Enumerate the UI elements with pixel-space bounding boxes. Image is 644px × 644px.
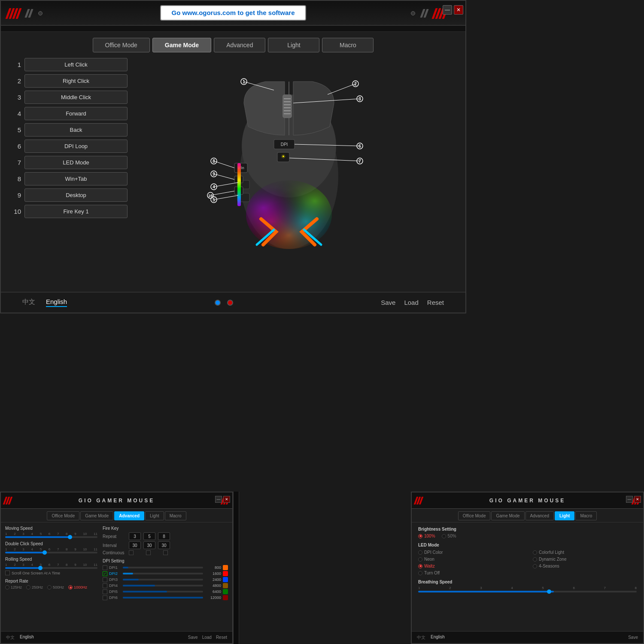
rolling-speed-label: Rolling Speed [5,557,97,562]
sub-tab-light-active[interactable]: Light [555,511,574,520]
sub-tab-game-light[interactable]: Game Mode [491,511,524,520]
fire-interval-1[interactable] [129,541,141,549]
report-1000hz[interactable]: 1000Hz [68,585,87,589]
sub-tab-light-advanced[interactable]: Light [145,511,164,520]
led-neon[interactable]: Neon [418,557,522,562]
sub-save-advanced[interactable]: Save [188,635,198,640]
led-4seasons[interactable]: 4-Seasons [533,564,637,568]
breathing-speed-section: Breathing Speed 12345678 [418,580,637,592]
btn-dpi-loop[interactable]: DPI Loop [24,140,128,153]
sub-title-bar-light: GIO GAMER MOUSE — ✕ [412,492,643,509]
report-250hz[interactable]: 250Hz [26,585,43,589]
rolling-speed-slider[interactable] [5,567,97,569]
btn-forward[interactable]: Forward [24,107,128,120]
sub-tab-advanced-light[interactable]: Advanced [526,511,554,520]
moving-speed-slider[interactable] [5,536,97,538]
tab-game-mode[interactable]: Game Mode [152,38,211,52]
sub-advanced-content: Moving Speed 1234567891011 Double Click … [1,522,232,621]
double-click-slider[interactable] [5,552,97,553]
sub-lang-cn-advanced[interactable]: 中文 [6,635,15,641]
led-colorful-light[interactable]: Colorful Light [533,550,637,555]
dpi4-checkbox[interactable] [103,583,107,588]
dpi1-checkbox[interactable] [103,565,107,570]
sub-bottom-bar-light: 中文 English Save [412,631,643,643]
sub-tab-office-advanced[interactable]: Office Mode [47,511,79,520]
dpi5-row: DPI5 6400 [103,589,228,594]
fire-repeat-2[interactable] [143,532,155,540]
led-dpi-color[interactable]: DPI Color [418,550,522,555]
fire-repeat-3[interactable] [158,532,170,540]
close-button[interactable]: ✕ [454,5,463,15]
adv-right-panel: Fire Key Repeat Interval Continuous [103,526,228,618]
svg-line-38 [214,195,238,200]
sub-minimize-light[interactable]: — [626,496,633,503]
btn-back[interactable]: Back [24,123,128,137]
tabs-bar: Office Mode Game Mode Advanced Light Mac… [1,32,465,56]
report-500hz[interactable]: 500Hz [47,585,64,589]
btn-desktop[interactable]: Desktop [24,188,128,202]
sub-window-light: GIO GAMER MOUSE — ✕ Office Mode Game Mod… [411,492,644,644]
fire-interval-3[interactable] [158,541,170,549]
cont-checkbox-2[interactable] [146,550,151,555]
sub-title-text-advanced: GIO GAMER MOUSE [79,498,155,504]
main-window: Go www.ogorus.com to get the software — … [0,0,466,313]
btn-fire-key-1[interactable]: Fire Key 1 [24,205,128,218]
breathing-speed-slider[interactable] [418,591,637,592]
sub-tab-macro-advanced[interactable]: Macro [165,511,186,520]
sub-bottom-bar-advanced: 中文 English Save Load Reset [1,631,232,643]
lang-chinese[interactable]: 中文 [22,298,35,307]
cont-checkbox-1[interactable] [129,550,134,555]
cont-checkbox-3[interactable] [163,550,168,555]
reset-button[interactable]: Reset [427,299,444,306]
sub-minimize-advanced[interactable]: — [215,496,222,503]
sub-window-controls-light: — ✕ [626,496,641,503]
tab-advanced[interactable]: Advanced [214,38,265,52]
brightness-100[interactable]: 100% [418,534,435,538]
btn-led-mode[interactable]: LED Mode [24,156,128,169]
sub-lang-en-light[interactable]: English [431,635,445,641]
sub-save-light[interactable]: Save [628,635,638,640]
load-button[interactable]: Load [404,299,418,306]
dpi4-row: DPI4 4800 [103,583,228,588]
sub-tab-office-light[interactable]: Office Mode [458,511,491,520]
dpi2-checkbox[interactable]: ✓ [103,571,107,576]
double-click-section: Double Click Speed 1234567891011 [5,541,97,553]
btn-num-6: 6 [12,143,21,150]
fire-interval-2[interactable] [143,541,155,549]
sub-tab-macro-light[interactable]: Macro [575,511,597,520]
btn-left-click[interactable]: Left Click [24,58,128,71]
brightness-50[interactable]: 50% [442,534,456,538]
sub-load-advanced[interactable]: Load [202,635,212,640]
dpi6-checkbox[interactable] [103,595,107,600]
led-waltz[interactable]: Waltz [418,564,522,568]
svg-text:6: 6 [358,144,361,149]
sub-lang-cn-light[interactable]: 中文 [417,635,425,641]
sub-tab-advanced-active[interactable]: Advanced [114,511,144,520]
btn-num-5: 5 [12,126,21,134]
scroll-checkbox[interactable] [5,571,10,575]
mouse-area: DPI ☀ Win [128,56,455,266]
led-turn-off[interactable]: Turn Off [418,571,522,575]
lang-english[interactable]: English [46,298,67,307]
led-dynamic-zone[interactable]: Dynamic Zone [533,557,637,562]
report-125hz[interactable]: 125Hz [5,585,22,589]
btn-right-click[interactable]: Right Click [24,74,128,88]
tab-macro[interactable]: Macro [322,38,374,52]
minimize-button[interactable]: — [443,5,452,15]
btn-middle-click[interactable]: Middle Click [24,91,128,104]
sub-close-light[interactable]: ✕ [634,496,641,503]
tab-light[interactable]: Light [268,38,319,52]
sub-reset-advanced[interactable]: Reset [216,635,227,640]
sub-lang-en-advanced[interactable]: English [20,635,34,641]
brightness-section: Brightness Setting 100% 50% [418,527,637,538]
save-button[interactable]: Save [381,299,395,306]
sub-tab-game-advanced[interactable]: Game Mode [80,511,113,520]
dpi5-checkbox[interactable] [103,589,107,594]
url-text: Go www.ogorus.com to get the software [172,9,295,16]
btn-win-tab[interactable]: Win+Tab [24,172,128,185]
fire-repeat-1[interactable] [129,532,141,540]
sub-close-advanced[interactable]: ✕ [223,496,230,503]
dpi3-checkbox[interactable] [103,577,107,582]
action-group: Save Load Reset [381,299,444,306]
tab-office-mode[interactable]: Office Mode [93,38,150,52]
